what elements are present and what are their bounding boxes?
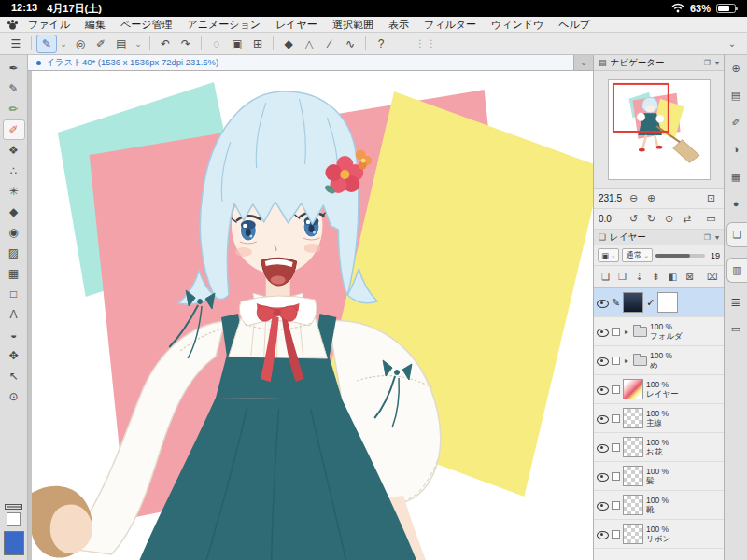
layer-thumbnail[interactable] <box>623 292 643 313</box>
layer-panel-detach-button[interactable]: ❐ <box>704 233 711 242</box>
layer-thumbnail[interactable] <box>623 408 643 428</box>
layer-row-folder[interactable]: ▸ 100 % フォルダ <box>594 317 724 346</box>
tool-secondary-button[interactable]: ✐ <box>91 35 111 53</box>
fill-tool[interactable]: ▨ <box>3 243 25 263</box>
pen-tool[interactable]: ✒ <box>3 58 25 78</box>
redo-button[interactable]: ↷ <box>176 35 196 53</box>
layer-thumbnail[interactable] <box>623 379 643 399</box>
new-folder-button[interactable]: ❐ <box>615 270 629 285</box>
reset-rotation-button[interactable]: ⊙ <box>661 212 677 227</box>
navigator-menu-button[interactable]: ▾ <box>715 59 719 67</box>
reset-view-button[interactable]: ▭ <box>703 212 719 227</box>
merge-down-button[interactable]: ⇟ <box>649 270 663 285</box>
eraser-tool[interactable]: ◆ <box>3 202 25 222</box>
layer-thumbnail[interactable] <box>623 466 643 486</box>
layer-row[interactable]: 100 % リボン <box>594 520 724 549</box>
figure-tool[interactable]: □ <box>3 284 25 304</box>
rotate-ccw-button[interactable]: ↺ <box>626 212 641 227</box>
decoration-tool[interactable]: ✳ <box>3 181 25 202</box>
layer-row[interactable]: 100 % 髪 <box>594 462 724 491</box>
gradient-tool[interactable]: ▦ <box>3 263 25 284</box>
layer-panel-menu-button[interactable]: ▾ <box>715 233 719 242</box>
select-tool[interactable]: ↖ <box>3 366 25 386</box>
text-tool[interactable]: A <box>3 304 25 325</box>
blend-icon-dropdown[interactable]: ▣ ⌄ <box>598 248 619 262</box>
zoom-out-button[interactable]: ⊖ <box>626 191 641 206</box>
snap-line-button[interactable]: ∕ <box>319 35 340 53</box>
pencil-tool[interactable]: ✏ <box>3 99 25 119</box>
visibility-eye-icon[interactable] <box>597 413 609 425</box>
snap-ruler-button[interactable]: ◆ <box>278 35 299 53</box>
navigator-thumbnail[interactable] <box>608 79 711 180</box>
tool-property-button[interactable]: ▤ <box>111 35 132 53</box>
navigator-detach-button[interactable]: ❐ <box>704 59 711 67</box>
layer-checkbox[interactable] <box>612 472 620 481</box>
menu-edit[interactable]: 編集 <box>78 18 113 32</box>
clipping-mask-button[interactable]: ◧ <box>666 270 680 285</box>
menu-view[interactable]: 表示 <box>381 18 416 32</box>
lock-layer-button[interactable]: ⊠ <box>683 270 697 285</box>
current-tool-button[interactable]: ✎ <box>36 35 57 53</box>
opacity-slider[interactable] <box>655 254 705 258</box>
document-tab[interactable]: イラスト40* (1536 x 1536px 72dpi 231.5%) <box>28 55 574 70</box>
menu-filter[interactable]: フィルター <box>416 18 484 32</box>
layer-thumbnail[interactable] <box>623 495 643 515</box>
material-tab[interactable]: ▥ <box>726 258 747 283</box>
zoom-tool[interactable]: ⊙ <box>3 386 25 407</box>
layer-row-folder[interactable]: ▸ 100 % め <box>594 346 724 375</box>
blend-mode-dropdown[interactable]: 通常 ⌄ <box>622 248 652 262</box>
tool-expand-button[interactable]: ⌄ <box>57 35 70 53</box>
undo-button[interactable]: ↶ <box>155 35 176 53</box>
transfer-down-button[interactable]: ⇣ <box>632 270 646 285</box>
layer-checkbox[interactable] <box>612 385 620 394</box>
canvas-page[interactable] <box>32 71 593 560</box>
layer-dock-button[interactable]: ≣ <box>727 293 744 310</box>
toolbar-drag-handle[interactable]: ⋮⋮ <box>416 38 438 49</box>
menu-help[interactable]: ヘルプ <box>551 18 598 32</box>
blend-tool[interactable]: ◉ <box>3 222 25 243</box>
zoom-in-button[interactable]: ⊕ <box>643 191 659 206</box>
layer-checkbox[interactable] <box>612 414 620 423</box>
layer-row-current[interactable]: ✎ ✓ <box>594 288 724 317</box>
sub-color-chip[interactable] <box>7 512 21 526</box>
layer-row[interactable]: 100 % 靴 <box>594 491 724 520</box>
help-button[interactable]: ? <box>371 35 391 53</box>
layer-thumbnail[interactable] <box>623 524 643 544</box>
paper-thumbnail[interactable] <box>657 292 678 313</box>
main-menu-button[interactable]: ☰ <box>6 35 26 53</box>
airbrush-tool[interactable]: ∴ <box>3 161 25 181</box>
subtool-detail-tab[interactable]: ❏ <box>726 222 747 247</box>
color-wheel-panel-button[interactable]: ◑ <box>727 141 744 158</box>
color-set-panel-button[interactable]: ▦ <box>727 168 744 185</box>
layer-checkbox[interactable] <box>612 443 620 452</box>
property-expand-button[interactable]: ⌄ <box>132 35 145 53</box>
visibility-eye-icon[interactable] <box>597 441 609 454</box>
quick-access-panel-button[interactable]: ▤ <box>727 87 744 104</box>
menu-layer[interactable]: レイヤー <box>268 18 325 32</box>
deselect-button[interactable]: ◌ <box>206 35 227 53</box>
mapping-pen-tool[interactable]: ✎ <box>3 78 25 99</box>
app-logo-icon[interactable] <box>7 19 19 31</box>
delete-layer-button[interactable]: ⌧ <box>705 270 719 285</box>
menu-file[interactable]: ファイル <box>21 18 78 32</box>
brush-tool[interactable]: ✐ <box>3 119 25 140</box>
timeline-dock-button[interactable]: ▭ <box>727 320 744 337</box>
visibility-eye-icon[interactable] <box>597 470 609 483</box>
balloon-tool[interactable]: ◒ <box>3 325 25 345</box>
visibility-eye-icon[interactable] <box>597 326 609 338</box>
rotate-cw-button[interactable]: ↻ <box>643 212 659 227</box>
subtool-panel-button[interactable]: ✐ <box>727 114 744 131</box>
visibility-eye-icon[interactable] <box>597 355 609 367</box>
expand-arrow-icon[interactable]: ▸ <box>623 357 630 365</box>
brush-size-panel-button[interactable]: ● <box>727 195 744 212</box>
toolbar-overflow-button[interactable]: ⌄ <box>723 38 741 49</box>
fit-to-screen-button[interactable]: ⊡ <box>703 191 719 206</box>
snap-perspective-button[interactable]: △ <box>299 35 319 53</box>
layer-checkbox[interactable] <box>612 328 620 336</box>
layer-thumbnail[interactable] <box>623 437 643 457</box>
zoom-panel-button[interactable]: ⊕ <box>727 60 744 77</box>
transform-button[interactable]: ⊞ <box>247 35 268 53</box>
snap-curve-button[interactable]: ∿ <box>340 35 360 53</box>
tab-list-button[interactable]: ⌄ <box>574 55 593 70</box>
menu-window[interactable]: ウィンドウ <box>484 18 551 32</box>
